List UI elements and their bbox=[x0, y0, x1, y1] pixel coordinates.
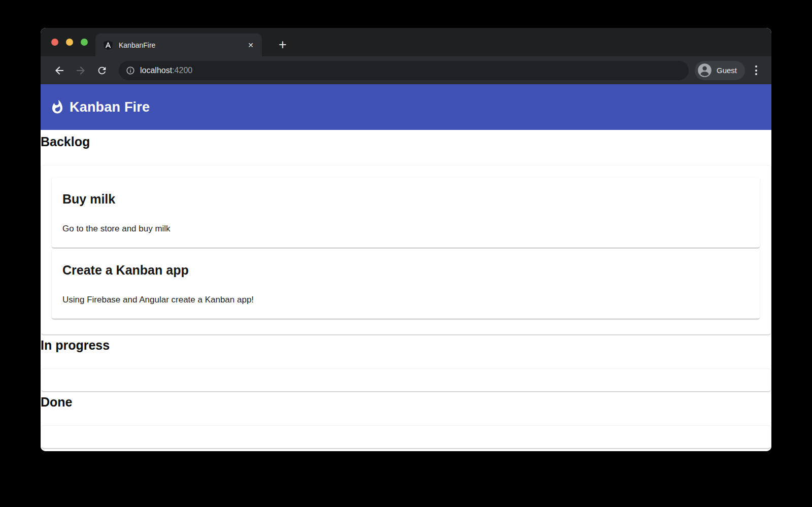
reload-button[interactable] bbox=[91, 60, 113, 81]
task-description: Using Firebase and Angular create a Kanb… bbox=[62, 294, 750, 306]
column-title-done: Done bbox=[41, 393, 771, 411]
kebab-dot bbox=[755, 73, 757, 75]
url-port: :4200 bbox=[172, 66, 192, 75]
profile-label: Guest bbox=[717, 66, 737, 75]
column-title-in-progress: In progress bbox=[41, 336, 771, 354]
address-bar[interactable]: localhost:4200 bbox=[119, 61, 689, 80]
task-card[interactable]: Buy milk Go to the store and buy milk bbox=[52, 178, 760, 248]
task-description: Go to the store and buy milk bbox=[62, 223, 750, 234]
window-zoom-button[interactable] bbox=[81, 39, 88, 46]
browser-toolbar: localhost:4200 Guest bbox=[41, 56, 771, 84]
info-icon bbox=[126, 66, 135, 75]
browser-menu-button[interactable] bbox=[751, 60, 761, 81]
arrow-forward-icon bbox=[75, 64, 87, 77]
window-minimize-button[interactable] bbox=[66, 39, 73, 46]
drop-list-in-progress[interactable] bbox=[41, 368, 771, 392]
column-title-backlog: Backlog bbox=[41, 132, 771, 151]
kebab-dot bbox=[755, 65, 757, 67]
task-title: Buy milk bbox=[62, 191, 750, 207]
browser-tab[interactable]: KanbanFire ✕ bbox=[95, 33, 262, 56]
reload-icon bbox=[96, 65, 108, 76]
window-controls bbox=[51, 39, 88, 46]
kanban-board: Backlog Buy milk Go to the store and buy… bbox=[41, 130, 771, 451]
task-title: Create a Kanban app bbox=[62, 262, 750, 278]
arrow-back-icon bbox=[53, 64, 65, 77]
app-toolbar: Kanban Fire bbox=[41, 84, 771, 130]
url-host: localhost bbox=[140, 66, 172, 75]
forward-button[interactable] bbox=[70, 60, 91, 81]
kebab-dot bbox=[755, 70, 757, 72]
profile-button[interactable]: Guest bbox=[695, 61, 745, 80]
tab-title: KanbanFire bbox=[119, 41, 247, 49]
angular-favicon-icon bbox=[103, 40, 114, 51]
app-title: Kanban Fire bbox=[70, 99, 150, 115]
new-tab-button[interactable]: + bbox=[272, 34, 293, 55]
browser-window: KanbanFire ✕ + localhost:4200 bbox=[41, 28, 771, 451]
avatar-icon bbox=[697, 63, 712, 78]
browser-tab-strip: KanbanFire ✕ + bbox=[41, 28, 771, 56]
window-close-button[interactable] bbox=[51, 39, 58, 46]
fire-icon bbox=[50, 99, 65, 115]
drop-list-backlog[interactable]: Buy milk Go to the store and buy milk Cr… bbox=[41, 165, 771, 335]
plus-icon: + bbox=[279, 37, 287, 53]
url-text: localhost:4200 bbox=[140, 66, 192, 75]
tab-close-icon[interactable]: ✕ bbox=[247, 41, 255, 50]
back-button[interactable] bbox=[49, 60, 70, 81]
task-card[interactable]: Create a Kanban app Using Firebase and A… bbox=[52, 249, 760, 319]
desktop-background: KanbanFire ✕ + localhost:4200 bbox=[0, 0, 812, 507]
drop-list-done[interactable] bbox=[41, 425, 771, 449]
